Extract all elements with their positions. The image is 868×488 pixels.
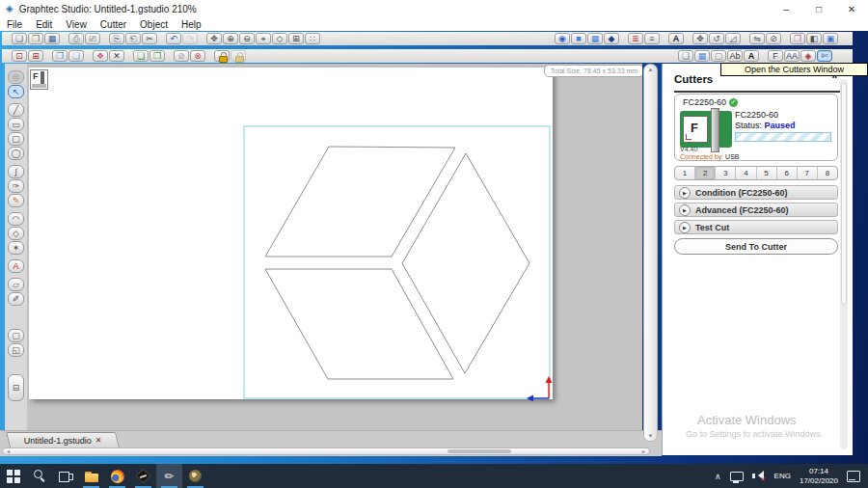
pencil-tool[interactable]: ✎	[8, 194, 24, 207]
open-document-button[interactable]: ❒	[28, 33, 43, 44]
text-tool-button[interactable]: A	[668, 33, 684, 44]
preview-fill-button[interactable]: ▣	[823, 33, 838, 44]
expand-icon[interactable]: ▶	[679, 187, 691, 199]
print-preview-button[interactable]: ⎚	[85, 33, 100, 44]
firefox-button[interactable]	[104, 464, 130, 488]
condition-slot-1[interactable]: 1	[675, 167, 695, 179]
tab-close-icon[interactable]: ✕	[95, 436, 102, 445]
expand-icon[interactable]: ▶	[679, 222, 691, 233]
redo-button[interactable]: ↷	[182, 33, 198, 44]
delete-button[interactable]: ✕	[109, 50, 124, 62]
menu-item-edit[interactable]: Edit	[29, 19, 59, 30]
undo-button[interactable]: ↶	[166, 33, 181, 44]
condition-slot-2[interactable]: 2	[695, 167, 716, 179]
condition-slot-5[interactable]: 5	[757, 167, 777, 179]
horizontal-scrollbar[interactable]: ◄ ►	[2, 447, 650, 455]
hide-object-button[interactable]: ⊘	[174, 50, 189, 62]
panel-scrollbar-thumb[interactable]	[841, 83, 847, 305]
rounded-rectangle-tool[interactable]: ▢	[8, 132, 24, 146]
pan-tool-button[interactable]: ✥	[206, 33, 222, 44]
font-size-button[interactable]: AA	[784, 50, 800, 62]
zoom-out-button[interactable]: ⊖	[239, 33, 255, 44]
panel-scrollbar[interactable]	[840, 79, 848, 449]
open-cutters-button[interactable]: ✄	[817, 50, 832, 62]
cube-drawing[interactable]	[27, 64, 642, 430]
polygon-tool[interactable]: ◇	[8, 227, 24, 240]
save-document-button[interactable]: ▦	[44, 33, 60, 44]
scroll-up-icon[interactable]: ▲	[648, 65, 654, 74]
line-tool[interactable]: ╱	[8, 103, 24, 117]
menu-item-object[interactable]: Object	[133, 19, 175, 30]
condition-section[interactable]: ▶ Condition (FC2250-60)	[674, 185, 838, 200]
language-indicator[interactable]: ENG	[774, 472, 791, 480]
cut-button[interactable]: ✂	[142, 33, 157, 44]
zoom-page-button[interactable]: ◇	[272, 33, 287, 44]
zoom-tool[interactable]: ◎	[8, 70, 24, 84]
ungroup-button[interactable]: ❏	[68, 50, 84, 62]
menu-item-cutter[interactable]: Cutter	[94, 19, 133, 30]
media-detect-button[interactable]: ◉	[555, 33, 570, 44]
new-document-button[interactable]: ❏	[12, 33, 27, 44]
graphtec-studio-button[interactable]	[156, 464, 182, 488]
rectangle-tool[interactable]: ▭	[8, 118, 24, 131]
group-button[interactable]: ❐	[52, 50, 68, 62]
disable-object-button[interactable]: ⊗	[190, 50, 205, 62]
rotate-tool-button[interactable]: ↺	[709, 33, 724, 44]
print-button[interactable]: ⎙	[68, 33, 84, 44]
inkscape-button[interactable]	[130, 464, 156, 488]
knife-tool[interactable]: ✐	[8, 292, 24, 306]
canvas-area[interactable]: F Total Size: 78.45 x 53.33 mm	[27, 64, 642, 430]
view-normal-button[interactable]: ▢	[8, 329, 24, 342]
text-tool[interactable]: A	[8, 259, 24, 273]
bezier-tool[interactable]: ∫	[8, 165, 24, 178]
search-button[interactable]	[26, 464, 52, 488]
device-card[interactable]: FC2250-60 ✓ F FC2250-60 Status: Paused V…	[674, 94, 838, 161]
unlock-button[interactable]	[231, 50, 246, 62]
file-explorer-button[interactable]	[78, 464, 104, 488]
action-center-icon[interactable]	[847, 471, 860, 482]
send-to-cutter-button[interactable]: Send To Cutter	[674, 238, 838, 255]
arc-tool[interactable]: ◠	[8, 212, 24, 226]
volume-muted-icon[interactable]: ✕	[752, 471, 766, 481]
weed-border-button[interactable]: ◆	[604, 33, 619, 44]
stamp-tool-button[interactable]: ❐	[790, 33, 805, 44]
actual-size-button[interactable]: ∷	[305, 33, 320, 44]
select-tool[interactable]: ↖	[8, 85, 24, 98]
condition-slot-3[interactable]: 3	[716, 167, 736, 179]
scroll-right-icon[interactable]: ►	[641, 448, 646, 455]
minimize-button[interactable]: –	[770, 0, 802, 17]
clock[interactable]: 07:14 17/02/2020	[800, 467, 838, 486]
close-button[interactable]: ✕	[835, 0, 868, 17]
star-tool[interactable]: ✶	[8, 241, 24, 255]
lock-button[interactable]	[214, 50, 230, 62]
hidden-icons-chevron[interactable]: ∧	[715, 472, 721, 481]
mirror-tool-button[interactable]: ⇋	[749, 33, 765, 44]
compound-button[interactable]: ❖	[93, 50, 108, 62]
grid-settings-button[interactable]: ▦	[694, 50, 710, 62]
media-size-button[interactable]: ■	[571, 33, 586, 44]
copy-button[interactable]: ⎘	[109, 33, 124, 44]
fill-style-button[interactable]: ≣	[628, 33, 643, 44]
eraser-tool[interactable]: ▱	[8, 278, 24, 291]
condition-slot-6[interactable]: 6	[777, 167, 798, 179]
freehand-tool[interactable]: ✑	[8, 179, 24, 193]
condition-slot-7[interactable]: 7	[798, 167, 818, 179]
fit-window-button[interactable]: ⊞	[288, 33, 304, 44]
menu-item-file[interactable]: File	[0, 19, 29, 30]
shear-tool-button[interactable]: ◿	[725, 33, 741, 44]
line-style-button[interactable]: ≡	[644, 33, 660, 44]
network-icon[interactable]	[730, 472, 744, 481]
zoom-selection-button[interactable]: ⌖	[256, 33, 271, 44]
expand-icon[interactable]: ▶	[679, 204, 691, 216]
start-button[interactable]	[0, 464, 26, 488]
send-to-back-button[interactable]: ❒	[149, 50, 165, 62]
panel-toggle-button[interactable]: ⊟	[8, 374, 24, 401]
scrollbar-thumb[interactable]	[448, 449, 511, 453]
crop-tool-button[interactable]: ◧	[806, 33, 822, 44]
select-each-button[interactable]: ⊡	[12, 50, 27, 62]
zoom-in-button[interactable]: ⊕	[223, 33, 238, 44]
maximize-button[interactable]: □	[802, 0, 835, 17]
task-view-button[interactable]	[52, 464, 78, 488]
vertical-scrollbar[interactable]: ▲ ▼	[643, 64, 658, 442]
select-group-button[interactable]: ⊞	[28, 50, 43, 62]
